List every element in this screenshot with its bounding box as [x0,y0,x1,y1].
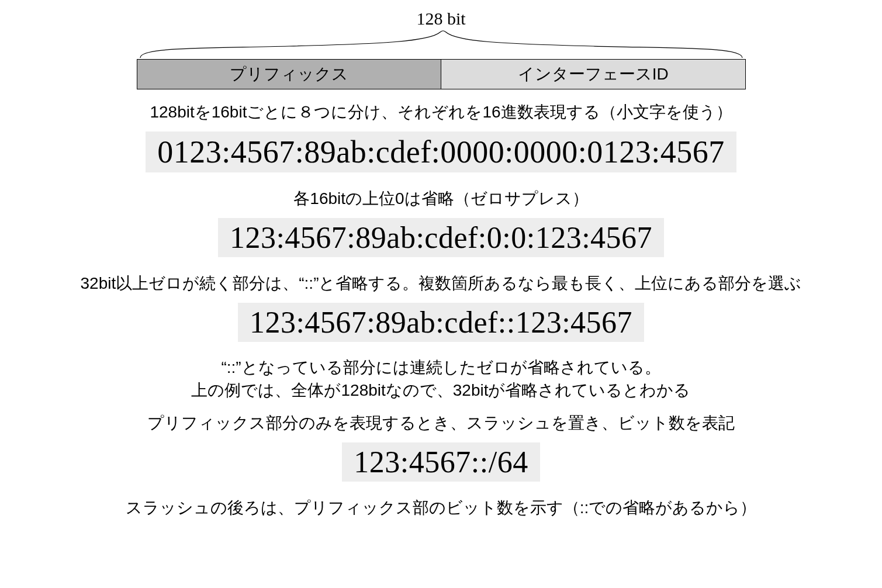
step4-code: 123:4567::/64 [342,442,539,482]
step3-code: 123:4567:89ab:cdef::123:4567 [238,303,644,342]
step4-desc-line1: “::”となっている部分には連続したゼロが省略されている。 [221,358,660,376]
bit-width-label: 128 bit [416,9,465,29]
step4-description-c: スラッシュの後ろは、プリフィックス部のビット数を示す（::での省略があるから） [126,497,757,519]
step4-desc-line2: 上の例では、全体が128bitなので、32bitが省略されているとわかる [191,381,690,399]
interface-id-cell: インターフェースID [441,60,745,89]
step2-description: 各16bitの上位0は省略（ゼロサプレス） [293,188,588,210]
step4-description-b: プリフィックス部分のみを表現するとき、スラッシュを置き、ビット数を表記 [147,412,735,434]
prefix-cell: プリフィックス [137,60,442,89]
curly-brace-icon [137,30,745,59]
step3-description: 32bit以上ゼロが続く部分は、“::”と省略する。複数箇所あるなら最も長く、上… [32,272,850,295]
address-structure-bar: プリフィックス インターフェースID [137,59,746,89]
step4-description-a: “::”となっている部分には連続したゼロが省略されている。 上の例では、全体が1… [191,356,690,402]
step1-code: 0123:4567:89ab:cdef:0000:0000:0123:4567 [146,132,736,172]
step2-code: 123:4567:89ab:cdef:0:0:123:4567 [218,218,664,257]
step1-description: 128bitを16bitごとに８つに分け、それぞれを16進数表現する（小文字を使… [150,101,732,123]
